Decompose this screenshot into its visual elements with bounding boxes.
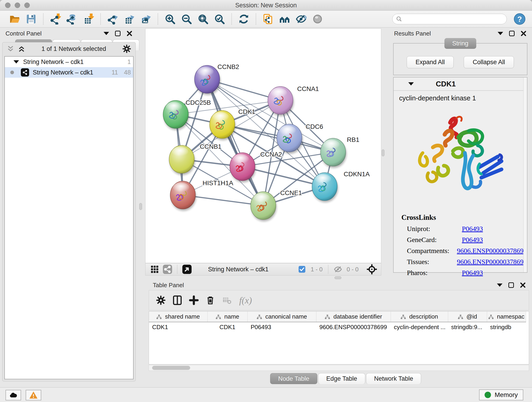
hide-selection-button[interactable]: [294, 12, 308, 26]
network-collection-row[interactable]: String Network – cdk1 1: [5, 57, 133, 67]
table-cell[interactable]: stringdb: [487, 322, 526, 332]
crosslink-link[interactable]: 9606.ENSP00000378699: [457, 247, 527, 255]
zoom-out-button[interactable]: [180, 12, 193, 26]
help-button[interactable]: ?: [514, 13, 526, 25]
panel-menu-icon[interactable]: [104, 32, 109, 35]
export-image-button[interactable]: [139, 12, 152, 26]
tab-string[interactable]: String: [444, 38, 476, 49]
hscroll-thumb[interactable]: [152, 366, 190, 370]
collapse-all-button[interactable]: Collapse All: [464, 56, 514, 68]
crosslink-link[interactable]: P06493: [462, 269, 483, 277]
network-node-CDC25B[interactable]: [163, 100, 189, 130]
hidden-eye-icon[interactable]: [333, 264, 343, 274]
network-node-CCNE1[interactable]: [251, 191, 277, 221]
cloud-status-button[interactable]: [6, 390, 21, 400]
table-cell[interactable]: CDK1: [149, 322, 207, 332]
first-neighbors-button[interactable]: [278, 12, 291, 26]
network-from-selection-button[interactable]: [261, 12, 275, 26]
expand-all-icon[interactable]: [18, 45, 25, 52]
network-node-CDKN1A[interactable]: [312, 172, 338, 202]
close-panel-icon[interactable]: [520, 282, 526, 288]
float-panel-icon[interactable]: [508, 282, 514, 288]
memory-button[interactable]: Memory: [479, 389, 523, 400]
tab-node-table[interactable]: Node Table: [270, 373, 317, 384]
entry-header[interactable]: CDK1: [394, 77, 527, 91]
fit-selected-crosshair-icon[interactable]: [367, 264, 377, 274]
selected-checkbox-icon[interactable]: [297, 264, 307, 274]
network-node-HIST1H1A[interactable]: [170, 181, 196, 211]
column-header-namespac[interactable]: namespac: [487, 312, 526, 322]
float-panel-icon[interactable]: [509, 31, 515, 36]
crosslink-row: Compartments:9606.ENSP00000378699: [407, 247, 527, 255]
import-network-database-button[interactable]: [65, 12, 79, 26]
apply-layout-button[interactable]: [237, 12, 250, 26]
export-network-button[interactable]: [106, 12, 119, 26]
network-node-CCNB2[interactable]: [195, 65, 220, 95]
panel-menu-icon[interactable]: [498, 32, 503, 35]
import-table-file-button[interactable]: [82, 12, 95, 26]
horizontal-splitter-handle[interactable]: [335, 276, 341, 279]
column-header-shared-name[interactable]: shared name: [149, 312, 207, 322]
save-session-button[interactable]: [25, 12, 38, 26]
network-share-icon[interactable]: [162, 264, 172, 274]
network-row[interactable]: String Network – cdk1 11 48: [5, 67, 133, 78]
warnings-button[interactable]: [26, 390, 41, 400]
results-scrollbar[interactable]: [523, 77, 527, 272]
table-hscrollbar[interactable]: [149, 365, 529, 371]
column-header-canonical-name[interactable]: canonical name: [247, 312, 316, 322]
network-node-CDC6[interactable]: [277, 124, 303, 154]
table-cell[interactable]: 9606.ENSP00000378699: [316, 322, 391, 332]
column-header-name[interactable]: name: [207, 312, 247, 322]
function-builder-icon[interactable]: f(x): [239, 295, 252, 306]
tab-edge-table[interactable]: Edge Table: [318, 373, 365, 384]
entry-collapse-icon[interactable]: [408, 82, 414, 85]
float-panel-icon[interactable]: [115, 31, 120, 36]
table-options-gear-icon[interactable]: [155, 294, 167, 306]
expand-all-button[interactable]: Expand All: [407, 56, 454, 68]
show-columns-icon[interactable]: [171, 294, 183, 306]
network-node-CCNA2[interactable]: [230, 153, 256, 182]
zoom-fit-icon: [197, 13, 209, 25]
table-cell[interactable]: P06493: [247, 322, 316, 332]
tab-network-table[interactable]: Network Table: [366, 373, 421, 384]
memory-label: Memory: [495, 391, 518, 399]
zoom-in-button[interactable]: [163, 12, 177, 26]
close-panel-icon[interactable]: [520, 31, 526, 36]
zoom-selected-button[interactable]: [213, 12, 226, 26]
import-network-file-button[interactable]: [49, 12, 62, 26]
crosslink-link[interactable]: P06493: [462, 225, 483, 233]
node-label-CDC25B: CDC25B: [186, 99, 211, 106]
column-header--id[interactable]: @id: [448, 312, 487, 322]
network-options-gear-icon[interactable]: [122, 44, 131, 53]
export-table-button[interactable]: [123, 12, 136, 26]
column-header-database-identifier[interactable]: database identifier: [316, 312, 391, 322]
network-node-CCNB1[interactable]: [169, 145, 195, 175]
network-node-RB1[interactable]: [321, 138, 346, 168]
network-node-CDK1[interactable]: [210, 110, 235, 140]
close-panel-icon[interactable]: [127, 31, 133, 36]
show-all-button[interactable]: [311, 12, 324, 26]
export-network-icon: [107, 13, 118, 25]
zoom-fit-button[interactable]: [196, 12, 210, 26]
tree-expander-icon[interactable]: [13, 60, 19, 64]
table-row[interactable]: CDK1CDK1P064939606.ENSP00000378699cyclin…: [149, 322, 526, 332]
network-canvas[interactable]: CCNB2CCNA1CDC25BCDK1CDC6RB1CCNB1CCNA2CDK…: [145, 28, 381, 263]
panel-menu-icon[interactable]: [497, 283, 502, 287]
open-session-button[interactable]: [8, 12, 21, 26]
column-header-description[interactable]: description: [391, 312, 448, 322]
crosslink-link[interactable]: 9606.ENSP00000378699: [457, 258, 527, 266]
right-splitter-handle[interactable]: [382, 149, 385, 156]
left-splitter-handle[interactable]: [139, 203, 142, 210]
search-input[interactable]: [392, 14, 507, 24]
edge-CCNB2-CCNE1[interactable]: [207, 79, 263, 206]
create-column-icon[interactable]: [188, 294, 200, 306]
grid-view-icon[interactable]: [150, 264, 160, 274]
collapse-all-icon[interactable]: [7, 45, 14, 52]
delete-column-icon[interactable]: [204, 294, 216, 306]
table-cell[interactable]: CDK1: [207, 322, 247, 332]
table-cell[interactable]: cyclin-dependent ...: [391, 322, 448, 332]
network-node-CCNA1[interactable]: [268, 86, 294, 116]
table-cell[interactable]: stringdb:9...: [448, 322, 487, 332]
birds-eye-view-icon[interactable]: [182, 264, 192, 274]
crosslink-link[interactable]: P06493: [462, 236, 483, 244]
